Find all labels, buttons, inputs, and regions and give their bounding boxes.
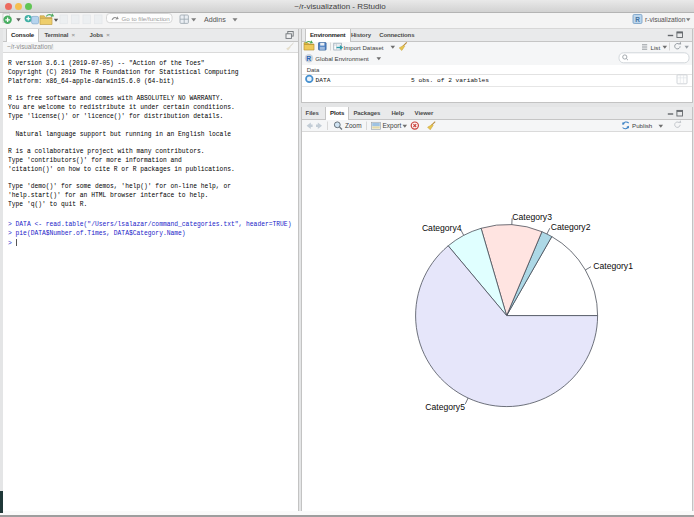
svg-text:Category5: Category5	[425, 402, 465, 412]
svg-text:Category4: Category4	[422, 223, 462, 233]
svg-text:Category3: Category3	[512, 212, 552, 222]
svg-text:Category2: Category2	[551, 222, 591, 232]
svg-text:Category1: Category1	[593, 261, 633, 271]
